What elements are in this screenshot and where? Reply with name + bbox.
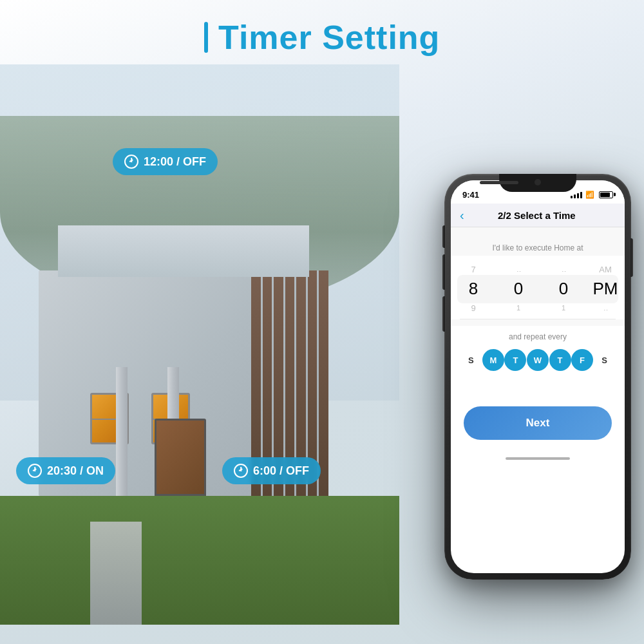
day-selector[interactable]: S M T W T F S	[460, 349, 616, 371]
picker-row-above: 7 ‥ ‥ AM	[451, 262, 625, 277]
badge-3-label: 6:00 / OFF	[253, 464, 309, 478]
day-thursday[interactable]: T	[549, 349, 571, 371]
phone-notch	[499, 174, 576, 192]
minute-above: ‥	[516, 263, 521, 276]
next-button[interactable]: Next	[464, 406, 612, 440]
home-indicator	[451, 450, 625, 468]
volume-up-button	[442, 254, 445, 290]
second-selected: 0	[559, 277, 568, 300]
clock-icon-3	[234, 464, 248, 478]
timer-badge-3: 6:00 / OFF	[222, 457, 321, 484]
repeat-label: and repeat every	[460, 332, 616, 341]
ampm-above: AM	[599, 262, 612, 277]
minute-below: 1	[516, 302, 520, 315]
badge-1-label: 12:00 / OFF	[144, 155, 206, 169]
status-icons: 📶	[571, 191, 613, 199]
signal-bars	[571, 191, 582, 198]
screen-header: ‹ 2/2 Select a Time	[451, 204, 625, 227]
hour-above: 7	[471, 262, 475, 277]
timer-badge-1: 12:00 / OFF	[113, 148, 218, 175]
day-wednesday[interactable]: W	[527, 349, 549, 371]
speaker	[480, 181, 518, 184]
second-below: 1	[562, 302, 565, 315]
screen-step-title: 2/2 Select a Time	[471, 210, 603, 221]
time-picker[interactable]: 7 ‥ ‥ AM 8	[451, 259, 625, 319]
home-bar	[506, 457, 570, 460]
instruction-text: I'd like to execute Home at	[451, 237, 625, 256]
timer-badge-2: 20:30 / ON	[16, 457, 115, 484]
battery-icon	[599, 191, 613, 198]
picker-row-below: 9 1 1 ‥	[451, 301, 625, 316]
back-button[interactable]: ‹	[460, 209, 464, 222]
clock-icon-2	[28, 464, 42, 478]
power-button	[630, 238, 633, 277]
ampm-below: ‥	[603, 302, 608, 315]
day-saturday[interactable]: S	[594, 349, 616, 371]
day-sunday[interactable]: S	[460, 349, 482, 371]
camera	[535, 179, 541, 185]
repeat-section: and repeat every S M T W T F S	[451, 326, 625, 377]
hour-selected: 8	[469, 277, 478, 300]
second-above: ‥	[562, 263, 566, 276]
day-monday[interactable]: M	[482, 349, 504, 371]
volume-down-button	[442, 296, 445, 332]
mute-button	[442, 225, 445, 248]
ampm-selected: PM	[593, 277, 618, 300]
picker-row-selected: 8 0 0 PM	[451, 277, 625, 300]
day-tuesday[interactable]: T	[504, 349, 526, 371]
day-friday[interactable]: F	[571, 349, 593, 371]
minute-selected: 0	[514, 277, 523, 300]
wifi-icon: 📶	[585, 191, 594, 199]
clock-icon-1	[124, 155, 138, 169]
page-title-area: Timer Setting	[0, 18, 644, 57]
phone-device: 9:41 📶 ‹ 2/2 Select a Ti	[444, 174, 631, 580]
status-time: 9:41	[462, 190, 479, 200]
page-title-text: Timer Setting	[218, 19, 440, 56]
hour-below: 9	[471, 301, 475, 316]
phone-screen: 9:41 📶 ‹ 2/2 Select a Ti	[451, 180, 625, 573]
title-accent-bar	[204, 22, 208, 53]
badge-2-label: 20:30 / ON	[47, 464, 104, 478]
